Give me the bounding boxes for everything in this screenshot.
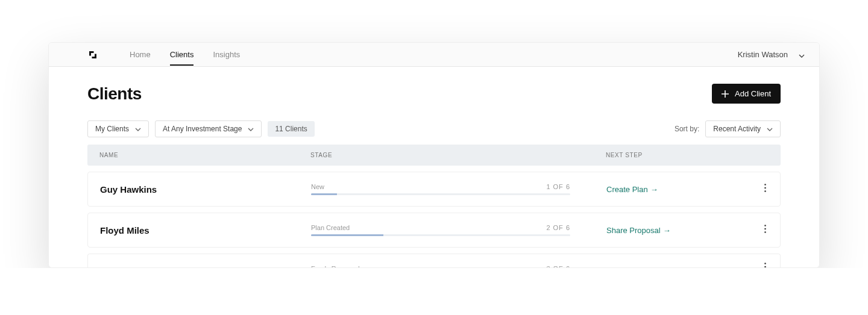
svg-point-6	[764, 263, 766, 264]
filter-scope-label: My Clients	[95, 125, 129, 133]
col-header-name: Name	[99, 152, 310, 158]
svg-point-2	[764, 190, 766, 192]
next-step-label: Share Proposal	[606, 226, 661, 235]
row-menu-button[interactable]	[761, 184, 769, 195]
nav-links: Home Clients Insights	[130, 44, 240, 65]
nav-clients[interactable]: Clients	[170, 44, 194, 65]
next-step-link[interactable]: Create Plan →	[606, 185, 768, 194]
arrow-right-icon: →	[662, 267, 670, 269]
svg-point-3	[764, 225, 766, 226]
arrow-right-icon: →	[663, 226, 671, 235]
stage-block: Funds Reserved 3 OF 6	[311, 265, 606, 268]
add-client-button[interactable]: Add Client	[712, 84, 781, 104]
arrow-right-icon: →	[650, 185, 658, 194]
svg-point-0	[764, 184, 766, 186]
col-header-next-step: Next Step	[606, 152, 769, 158]
brand-logo	[87, 49, 98, 60]
stage-count: 3 OF 6	[546, 265, 570, 268]
next-step-label: Create Plan	[606, 185, 648, 194]
next-step-link[interactable]: Reserve Funds →	[606, 267, 768, 269]
client-name: Kathryn Murphy	[100, 266, 311, 269]
chevron-down-icon	[799, 52, 805, 58]
nav-insights[interactable]: Insights	[213, 44, 240, 65]
next-step-link[interactable]: Share Proposal →	[606, 226, 768, 235]
chevron-down-icon	[767, 126, 773, 132]
stage-label: Plan Created	[311, 224, 350, 231]
stage-count: 1 OF 6	[546, 183, 570, 190]
stage-label: New	[311, 183, 324, 190]
add-client-label: Add Client	[735, 89, 771, 98]
plus-icon	[722, 90, 729, 98]
svg-point-5	[764, 231, 766, 233]
stage-count: 2 OF 6	[546, 224, 570, 231]
col-header-stage: Stage	[310, 152, 606, 158]
user-name: Kristin Watson	[738, 50, 788, 59]
filter-stage-label: At Any Investment Stage	[163, 125, 242, 133]
progress-track	[311, 193, 570, 195]
stage-block: Plan Created 2 OF 6	[311, 224, 606, 236]
user-menu[interactable]: Kristin Watson	[738, 50, 805, 59]
chevron-down-icon	[135, 126, 141, 132]
filter-scope-dropdown[interactable]: My Clients	[87, 120, 149, 137]
stage-block: New 1 OF 6	[311, 183, 606, 195]
sort-by-label: Sort by:	[675, 125, 699, 133]
svg-point-7	[764, 266, 766, 268]
next-step-label: Reserve Funds	[606, 267, 659, 269]
sort-dropdown[interactable]: Recent Activity	[705, 120, 781, 137]
table-header: Name Stage Next Step	[87, 145, 781, 166]
sort-value-label: Recent Activity	[713, 125, 761, 133]
row-menu-button[interactable]	[761, 263, 769, 268]
stage-label: Funds Reserved	[311, 265, 360, 268]
top-nav: Home Clients Insights Kristin Watson	[49, 43, 819, 67]
progress-fill	[311, 234, 383, 236]
row-menu-button[interactable]	[761, 225, 769, 235]
page-title: Clients	[87, 84, 142, 104]
svg-point-1	[764, 187, 766, 189]
progress-fill	[311, 193, 337, 195]
client-name: Guy Hawkins	[100, 184, 311, 195]
client-count-badge: 11 Clients	[268, 121, 314, 137]
client-row[interactable]: Floyd Miles Plan Created 2 OF 6 Share Pr…	[87, 213, 781, 248]
client-name: Floyd Miles	[100, 225, 311, 235]
progress-track	[311, 234, 570, 236]
chevron-down-icon	[248, 126, 254, 132]
client-row[interactable]: Kathryn Murphy Funds Reserved 3 OF 6 Res…	[87, 254, 781, 268]
client-row[interactable]: Guy Hawkins New 1 OF 6 Create Plan →	[87, 172, 781, 207]
filter-stage-dropdown[interactable]: At Any Investment Stage	[155, 120, 262, 137]
svg-point-4	[764, 228, 766, 230]
nav-home[interactable]: Home	[130, 44, 151, 65]
